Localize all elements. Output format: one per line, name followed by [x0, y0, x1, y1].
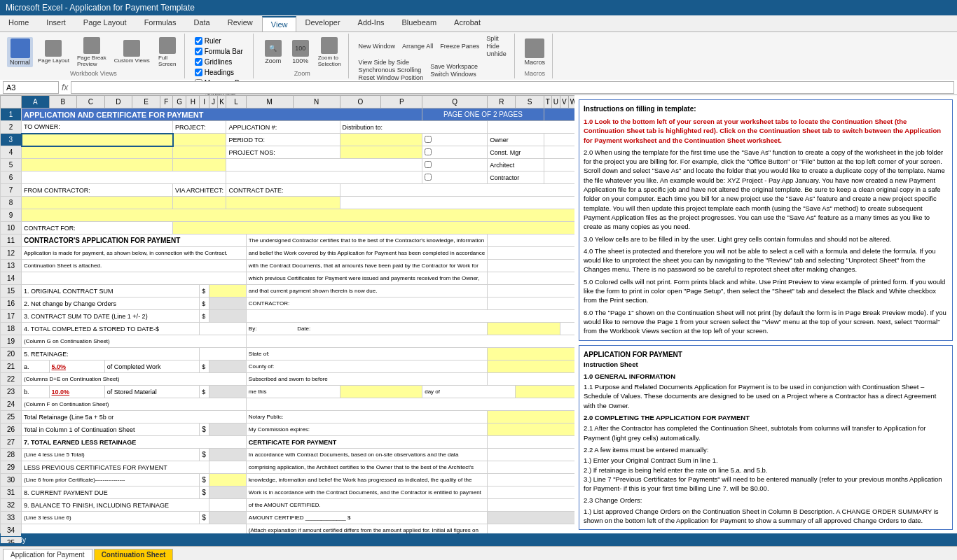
row30-spacer	[488, 474, 574, 486]
freeze-panes-btn[interactable]: Freeze Panes	[437, 42, 482, 50]
project-name-cell[interactable]	[173, 134, 226, 146]
me-this-val[interactable]	[340, 386, 422, 398]
zoom-selection-btn[interactable]: Zoom toSelection	[315, 36, 344, 69]
col-header-e[interactable]: E	[132, 96, 160, 108]
full-screen-btn[interactable]: FullScreen	[155, 36, 180, 69]
col-header-b[interactable]: B	[49, 96, 77, 108]
sync-scroll-btn[interactable]: Synchronous Scrolling	[356, 66, 427, 74]
tab-developer[interactable]: Developer	[296, 15, 349, 31]
col-header-u[interactable]: U	[551, 96, 560, 108]
split-btn[interactable]: Split	[483, 35, 509, 42]
page-layout-btn[interactable]: Page Layout	[35, 38, 72, 65]
col-header-j[interactable]: J	[209, 96, 218, 108]
col-header-t[interactable]: T	[544, 96, 551, 108]
formula-bar-check[interactable]	[195, 48, 202, 55]
project-city-cell[interactable]	[173, 159, 226, 172]
col-header-w[interactable]: W	[568, 96, 574, 108]
switch-windows-btn[interactable]: Switch Windows	[427, 71, 481, 78]
col-header-q[interactable]: Q	[422, 96, 488, 108]
zoom-100-btn[interactable]: 100 100%	[288, 38, 313, 66]
col-header-h[interactable]: H	[186, 96, 200, 108]
normal-view-btn[interactable]: Normal	[7, 37, 33, 67]
custom-views-btn[interactable]: Custom Views	[111, 38, 153, 65]
line2-val	[209, 298, 247, 310]
col-header-a[interactable]: A	[22, 96, 50, 108]
headings-checkbox[interactable]: Headings	[195, 68, 246, 77]
day-of-val[interactable]	[516, 386, 574, 398]
headings-check[interactable]	[195, 69, 202, 76]
page-break-preview-btn[interactable]: Page BreakPreview	[74, 36, 109, 69]
row20-mid	[200, 348, 247, 360]
contractor-name-cell[interactable]	[22, 197, 173, 209]
unhide-btn[interactable]: Unhide	[483, 50, 509, 57]
tab-formulas[interactable]: Formulas	[136, 15, 186, 31]
workbook-views-items: Normal Page Layout Page BreakPreview Cus…	[7, 35, 180, 69]
tab-data[interactable]: Data	[185, 15, 219, 31]
name-box[interactable]	[3, 81, 59, 94]
gridlines-check[interactable]	[195, 58, 202, 66]
tab-insert[interactable]: Insert	[38, 15, 75, 31]
tab-acrobat[interactable]: Acrobat	[446, 15, 490, 31]
owner-name-cell[interactable]	[22, 134, 173, 146]
reset-window-btn[interactable]: Reset Window Position	[356, 74, 427, 81]
hide-btn[interactable]: Hide	[483, 43, 509, 50]
cert-text-2: and belief the Work covered by this Appl…	[246, 247, 487, 260]
county-val[interactable]	[488, 360, 574, 373]
project-addr-cell[interactable]	[173, 146, 226, 159]
new-window-btn[interactable]: New Window	[356, 42, 399, 50]
state-val[interactable]	[488, 348, 574, 360]
window-items: New Window Arrange All Freeze Panes Spli…	[356, 35, 510, 81]
col-header-f[interactable]: F	[160, 96, 172, 108]
tab-page-layout[interactable]: Page Layout	[75, 15, 136, 31]
col-header-r[interactable]: R	[488, 96, 516, 108]
owner-city-cell[interactable]	[22, 159, 173, 172]
tab-addins[interactable]: Add-Ins	[350, 15, 394, 31]
table-row: 14 which previous Certificates for Payme…	[1, 272, 575, 285]
col-header-d[interactable]: D	[104, 96, 132, 108]
col-header-k[interactable]: K	[217, 96, 226, 108]
col-header-s[interactable]: S	[516, 96, 544, 108]
col-header-v[interactable]: V	[560, 96, 569, 108]
via-arch-name-cell[interactable]	[173, 197, 226, 209]
table-row: 28 (Line 4 less Line 5 Total) $ In accor…	[1, 449, 575, 461]
col-header-o[interactable]: O	[340, 96, 381, 108]
line1-val[interactable]	[209, 285, 247, 298]
contractor-checkbox[interactable]	[425, 174, 432, 181]
tab-view[interactable]: View	[262, 16, 297, 31]
tab-bluebeam[interactable]: Bluebeam	[394, 15, 446, 31]
owner-addr-cell[interactable]	[22, 146, 173, 159]
const-mgr-checkbox[interactable]	[425, 148, 432, 155]
architect-checkbox[interactable]	[425, 161, 432, 168]
ruler-checkbox[interactable]: Ruler	[195, 36, 246, 46]
project-cell: PROJECT:	[173, 121, 226, 134]
contract-date-val[interactable]	[226, 197, 340, 209]
formula-bar-checkbox[interactable]: Formula Bar	[195, 47, 246, 56]
macros-btn[interactable]: Macros	[522, 37, 549, 67]
tab-review[interactable]: Review	[219, 15, 262, 31]
owner-checkbox[interactable]	[425, 136, 432, 143]
arrange-all-btn[interactable]: Arrange All	[399, 42, 436, 50]
tab-home[interactable]: Home	[0, 15, 38, 31]
line5b-text: of Stored Material	[104, 386, 200, 398]
period-to-val[interactable]	[340, 134, 422, 146]
formula-input[interactable]	[71, 81, 954, 94]
col-header-c[interactable]: C	[77, 96, 105, 108]
contract-for-val[interactable]	[173, 222, 574, 234]
save-workspace-btn[interactable]: Save Workspace	[427, 63, 481, 70]
col-header-g[interactable]: G	[173, 96, 186, 108]
notary-public-val[interactable]	[488, 411, 574, 424]
row9-spacer[interactable]	[22, 209, 575, 222]
col-header-l[interactable]: L	[226, 96, 246, 108]
ruler-check[interactable]	[195, 37, 202, 45]
gridlines-checkbox[interactable]: Gridlines	[195, 57, 246, 66]
col-header-m[interactable]: M	[246, 96, 293, 108]
commission-val[interactable]	[488, 424, 574, 436]
line6-from-val[interactable]	[209, 474, 247, 486]
date-val-cell[interactable]	[488, 323, 560, 335]
zoom-btn[interactable]: 🔍 Zoom	[261, 38, 286, 66]
col-header-p[interactable]: P	[381, 96, 422, 108]
proj-nos-val[interactable]	[340, 146, 422, 159]
col-header-i[interactable]: I	[200, 96, 209, 108]
col-header-n[interactable]: N	[293, 96, 340, 108]
view-side-by-side-btn[interactable]: View Side by Side	[356, 59, 427, 66]
